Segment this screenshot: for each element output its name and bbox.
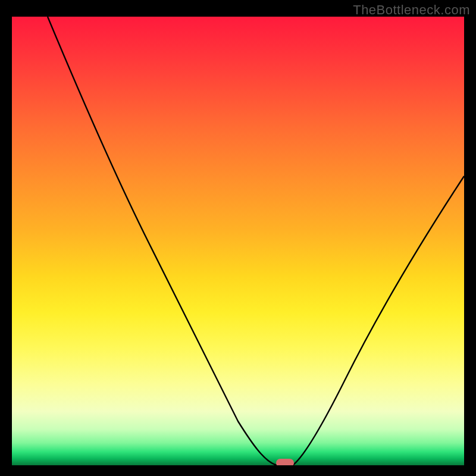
watermark-text: TheBottleneck.com [353,2,470,18]
chart-frame: TheBottleneck.com [0,0,476,476]
bottleneck-curve [12,17,464,465]
curve-left [48,17,277,465]
plot-area [12,17,464,465]
curve-right [293,176,464,465]
optimal-point-marker [276,459,294,465]
